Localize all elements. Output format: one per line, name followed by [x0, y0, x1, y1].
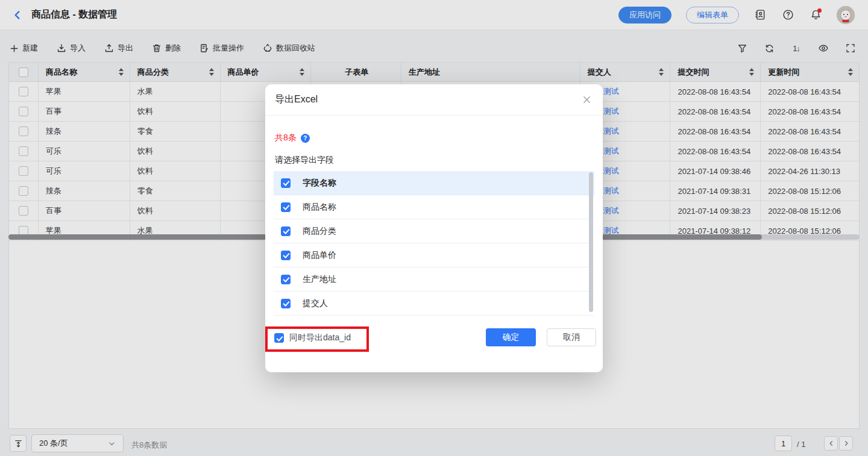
field-label: 商品名称: [303, 202, 336, 213]
export-field-row[interactable]: 提交人: [274, 292, 594, 316]
field-label: 商品单价: [303, 250, 336, 261]
field-checkbox[interactable]: [281, 275, 291, 284]
modal-title: 导出Excel: [275, 93, 318, 106]
record-count: 共8条 ?: [275, 133, 310, 143]
field-checkbox[interactable]: [281, 202, 291, 212]
export-field-list: 字段名称商品名称商品分类商品单价生产地址提交人: [274, 171, 594, 321]
close-icon[interactable]: [580, 93, 593, 107]
confirm-button[interactable]: 确定: [486, 328, 536, 346]
field-label: 生产地址: [303, 274, 336, 285]
export-data-id-checkbox[interactable]: 同时导出data_id: [274, 333, 351, 343]
export-excel-modal: 导出Excel 共8条 ? 请选择导出字段 字段名称商品名称商品分类商品单价生产…: [265, 84, 603, 372]
select-fields-hint: 请选择导出字段: [275, 155, 334, 166]
help-circle-icon[interactable]: ?: [301, 134, 310, 143]
export-field-row[interactable]: 商品名称: [274, 195, 594, 219]
cancel-button[interactable]: 取消: [547, 328, 596, 346]
field-label: 商品分类: [303, 226, 336, 237]
field-label: 字段名称: [303, 178, 336, 189]
export-field-row[interactable]: 生产地址: [274, 267, 594, 292]
export-data-id-label: 同时导出data_id: [289, 333, 351, 343]
field-checkbox[interactable]: [281, 178, 291, 188]
field-checkbox[interactable]: [281, 251, 291, 260]
export-field-row[interactable]: 商品分类: [274, 219, 594, 243]
app-root: 商品信息 - 数据管理 应用访问 编辑表单: [0, 0, 868, 456]
checkbox-checked[interactable]: [274, 333, 284, 343]
field-checkbox[interactable]: [281, 226, 291, 236]
field-checkbox[interactable]: [281, 299, 291, 308]
modal-header: 导出Excel: [265, 84, 603, 116]
export-field-row-partial: [274, 316, 594, 321]
record-count-text: 共8条: [275, 133, 297, 143]
export-field-row[interactable]: 字段名称: [274, 171, 594, 195]
list-scrollbar-thumb[interactable]: [589, 172, 593, 312]
export-field-row[interactable]: 商品单价: [274, 243, 594, 267]
field-label: 提交人: [303, 298, 328, 309]
